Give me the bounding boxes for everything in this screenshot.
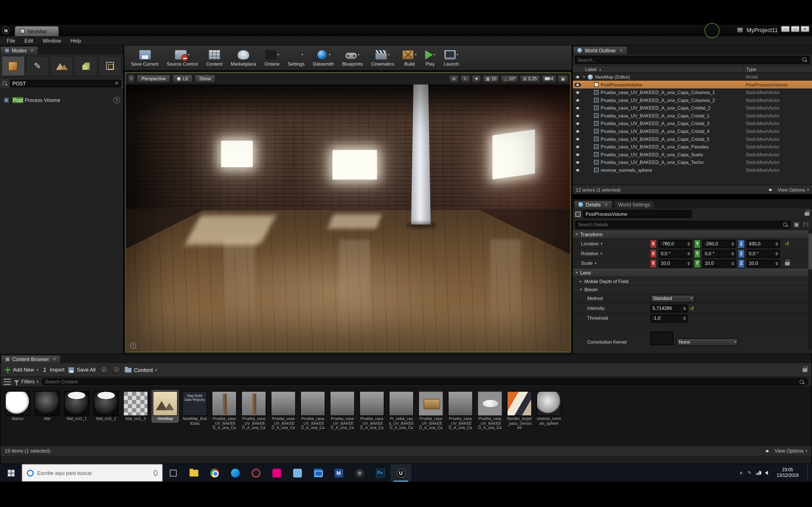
outliner-row[interactable]: ▾ Prueba_casa_UV_BAKEED_A_una_Capa_Suelo… bbox=[573, 151, 812, 158]
spinner-icon[interactable] bbox=[686, 242, 691, 245]
visibility-eye-icon[interactable] bbox=[574, 145, 581, 149]
spinner-icon[interactable] bbox=[774, 262, 779, 265]
method-select[interactable]: Standard▾ bbox=[651, 295, 695, 302]
show-desktop-button[interactable] bbox=[807, 464, 810, 482]
maximize-button[interactable]: □ bbox=[791, 26, 800, 32]
location-y-input[interactable]: -260,0 bbox=[703, 240, 736, 247]
toolbar-button[interactable]: ▾ Blueprints bbox=[339, 48, 366, 68]
content-browser-tab-close-icon[interactable]: ✕ bbox=[53, 356, 56, 362]
mobile-dof-row[interactable]: ▸ Mobile Depth of Field bbox=[573, 277, 812, 285]
asset-tile[interactable]: Prueba_casa_UV_BAKEED_A_una_Capa bbox=[477, 391, 503, 432]
rotation-x-input[interactable]: 0,0 ° bbox=[659, 249, 692, 258]
asset-tile[interactable]: Mat_ncl1_3 bbox=[123, 391, 149, 422]
taskbar-app-button[interactable] bbox=[328, 464, 349, 482]
actor-name-input[interactable] bbox=[583, 210, 692, 218]
outliner-row[interactable]: ▾ PostProcessVolume PostProcessVolume bbox=[573, 81, 812, 89]
menu-item[interactable]: Edit bbox=[20, 36, 38, 45]
chevron-down-icon[interactable]: ▾ bbox=[188, 53, 190, 57]
outliner-view-options-button[interactable]: View Options ▾ bbox=[767, 187, 809, 192]
mode-landscape-button[interactable] bbox=[50, 56, 73, 76]
rotate-gizmo-button[interactable]: ↻ bbox=[460, 75, 470, 82]
scrollbar-thumb[interactable] bbox=[808, 233, 812, 270]
spinner-icon[interactable] bbox=[730, 252, 735, 256]
asset-tile[interactable]: Mat_ncl1_1 bbox=[64, 391, 90, 422]
forward-button[interactable]: → bbox=[112, 366, 120, 374]
viewport-scene[interactable] bbox=[126, 84, 570, 352]
spinner-icon[interactable] bbox=[682, 316, 687, 320]
spinner-icon[interactable] bbox=[730, 262, 735, 265]
place-actor-item-postprocessvolume[interactable]: ▦ Post Process Volume ? bbox=[3, 95, 120, 105]
sources-panel-toggle-icon[interactable] bbox=[4, 379, 11, 385]
asset-tile[interactable]: Mat bbox=[34, 391, 60, 422]
taskbar-app-button[interactable] bbox=[163, 464, 183, 482]
uniform-scale-lock-icon[interactable] bbox=[785, 262, 790, 265]
modes-tab[interactable]: Modes ✕ bbox=[0, 46, 38, 54]
modes-search-input[interactable] bbox=[12, 80, 112, 86]
taskbar-app-button[interactable] bbox=[370, 464, 390, 482]
lock-icon[interactable] bbox=[803, 368, 808, 372]
visibility-eye-icon[interactable] bbox=[574, 91, 581, 95]
save-all-button[interactable]: Save All bbox=[68, 367, 96, 373]
visibility-eye-icon[interactable] bbox=[574, 121, 581, 126]
asset-tile[interactable]: NewMap bbox=[152, 391, 178, 422]
lens-section-header[interactable]: ▾ Lens bbox=[573, 269, 812, 277]
asset-tile[interactable]: Prueba_casa_UV_BAKEED_A_una_Capa bbox=[211, 391, 237, 432]
display-filter-eye-button[interactable] bbox=[802, 221, 809, 228]
outliner-row[interactable]: ▾ reverse_normals_sphere StaticMeshActor bbox=[573, 166, 812, 174]
chevron-down-icon[interactable]: ▾ bbox=[358, 53, 359, 57]
lit-button[interactable]: Lit bbox=[172, 74, 193, 82]
spinner-icon[interactable] bbox=[774, 242, 779, 245]
toolbar-button[interactable]: ▾ Play bbox=[421, 48, 439, 68]
volume-icon[interactable] bbox=[765, 471, 768, 475]
taskbar-app-button[interactable] bbox=[349, 464, 370, 482]
camera-speed-button[interactable]: 4 bbox=[542, 75, 557, 82]
visibility-eye-icon[interactable] bbox=[574, 160, 581, 164]
viewport[interactable]: ▾ Perspective Lit Show ⊕ ↻ ✚ ▦10 △10° ⊞0… bbox=[125, 72, 571, 352]
rotation-y-input[interactable]: 0,0 ° bbox=[703, 249, 736, 258]
asset-tile[interactable]: Prueba_casa_UV_BAKEED_A_una_Capa bbox=[359, 391, 385, 432]
chevron-down-icon[interactable]: ▾ bbox=[277, 53, 279, 57]
add-new-button[interactable]: Add New ▾ bbox=[5, 367, 38, 373]
outliner-row[interactable]: ▾ Prueba_casa_UV_BAKEED_A_una_Capa_Crist… bbox=[573, 127, 812, 135]
intensity-input[interactable]: 5,714286 bbox=[651, 304, 688, 313]
toolbar-button[interactable]: ▾ Octane bbox=[261, 48, 283, 68]
taskbar-app-button[interactable] bbox=[183, 464, 204, 482]
maximize-viewport-button[interactable]: ▣ bbox=[558, 75, 568, 82]
lock-icon[interactable] bbox=[805, 212, 809, 216]
asset-tile[interactable]: Pr_ueba_casa_UV_BAKEED_A_una_Capa bbox=[389, 391, 414, 432]
filters-button[interactable]: Filters ▾ bbox=[14, 379, 39, 384]
details-tab[interactable]: Details ✕ bbox=[574, 200, 612, 209]
asset-tile[interactable]: Render_target_pass_Denoised bbox=[506, 391, 532, 431]
spinner-icon[interactable] bbox=[730, 242, 735, 245]
content-browser-tab[interactable]: Content Browser ✕ bbox=[1, 355, 61, 363]
visibility-eye-icon[interactable] bbox=[574, 114, 581, 118]
scale-label[interactable]: Scale▾ bbox=[573, 261, 651, 266]
transform-section-header[interactable]: ▾ Transform bbox=[573, 230, 812, 239]
modes-tab-close-icon[interactable]: ✕ bbox=[30, 48, 34, 53]
label-column-header[interactable]: Label▲ bbox=[573, 66, 742, 71]
menu-item[interactable]: Help bbox=[66, 36, 86, 45]
outliner-row[interactable]: ▾ Prueba_casa_UV_BAKEED_A_una_Capa_Crist… bbox=[573, 119, 812, 127]
taskbar-app-button[interactable] bbox=[204, 464, 225, 482]
taskbar-app-button[interactable] bbox=[287, 464, 308, 482]
asset-tile[interactable]: Prueba_casa_UV_BAKEED_A_una_Capa bbox=[270, 391, 296, 432]
world-outliner-tab[interactable]: World Outliner ✕ bbox=[573, 46, 627, 54]
mode-place-button[interactable] bbox=[2, 56, 25, 76]
location-z-input[interactable]: 430,0 bbox=[747, 240, 780, 247]
spinner-icon[interactable] bbox=[682, 306, 687, 310]
toolbar-button[interactable]: ▾ Build bbox=[399, 48, 420, 68]
outliner-row[interactable]: ▾ Prueba_casa_UV_BAKEED_A_una_Capa_Crist… bbox=[573, 112, 812, 120]
minimize-button[interactable]: ─ bbox=[781, 26, 790, 32]
pen-icon[interactable]: ✎ bbox=[748, 470, 751, 475]
outliner-row[interactable]: ▾ Prueba_casa_UV_BAKEED_A_una_Capa_Crisl… bbox=[573, 104, 812, 112]
chevron-right-icon[interactable]: ▸ bbox=[156, 367, 157, 372]
asset-tile[interactable]: Prueba_casa_UV_BAKEED_A_una_Capa bbox=[418, 391, 444, 432]
toolbar-button[interactable]: ▾ Source Control bbox=[163, 48, 202, 68]
world-settings-tab[interactable]: World Settings bbox=[613, 200, 655, 209]
rotation-snap-button[interactable]: △10° bbox=[501, 75, 518, 82]
asset-tile[interactable]: blanco bbox=[5, 391, 31, 422]
kernel-texture-thumbnail[interactable] bbox=[651, 332, 673, 345]
spinner-icon[interactable] bbox=[686, 262, 691, 265]
rotation-label[interactable]: Rotation▾ bbox=[573, 251, 651, 256]
chevron-down-icon[interactable]: ▾ bbox=[415, 53, 417, 57]
